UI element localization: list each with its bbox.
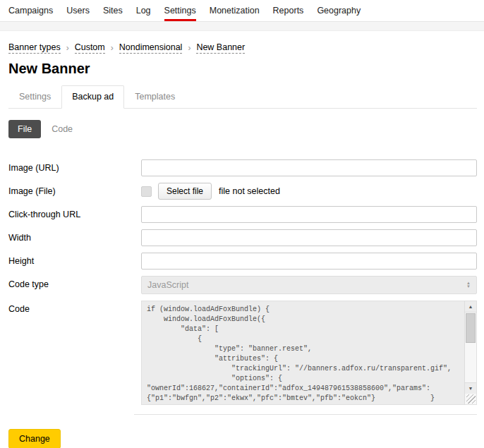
scroll-up-icon[interactable]: ▲ [465, 301, 476, 313]
form-row-width: Width [8, 229, 477, 246]
code-content[interactable]: if (window.loadAdFoxBundle) { window.loa… [142, 301, 476, 405]
form-divider [134, 414, 477, 415]
code-type-value: JavaScript [147, 280, 188, 290]
tab-bar: Settings Backup ad Templates [8, 85, 477, 109]
image-url-input[interactable] [141, 159, 477, 176]
breadcrumb-link-banner-types[interactable]: Banner types [8, 42, 61, 54]
breadcrumb-separator: › [111, 43, 114, 53]
click-url-label: Click-through URL [8, 206, 141, 223]
backup-mode-toggle: File Code [8, 120, 477, 138]
height-input[interactable] [141, 253, 477, 270]
image-file-checkbox[interactable] [141, 186, 152, 197]
nav-item-reports[interactable]: Reports [273, 0, 304, 21]
select-arrows-icon: ▲▼ [466, 281, 471, 289]
scroll-down-icon[interactable]: ▼ [465, 382, 476, 394]
breadcrumb-separator: › [66, 43, 69, 53]
tab-backup-ad[interactable]: Backup ad [61, 85, 124, 109]
breadcrumb: Banner types › Custom › Nondimensional ›… [8, 42, 477, 54]
scrollbar-thumb[interactable] [466, 313, 476, 343]
resize-grip-icon[interactable] [466, 394, 476, 404]
code-scrollbar[interactable]: ▲ ▼ [464, 301, 476, 404]
width-input[interactable] [141, 229, 477, 246]
code-type-label: Code type [8, 276, 141, 293]
top-nav: Campaigns Users Sites Log Settings Monet… [0, 0, 484, 22]
height-label: Height [8, 253, 141, 270]
nav-item-campaigns[interactable]: Campaigns [8, 0, 53, 21]
file-status-text: file not selected [219, 186, 280, 196]
page-content: Banner types › Custom › Nondimensional ›… [0, 42, 484, 448]
nav-item-monetization[interactable]: Monetization [210, 0, 260, 21]
mode-code-button[interactable]: Code [42, 120, 82, 138]
breadcrumb-separator: › [188, 43, 190, 53]
form-row-height: Height [8, 253, 477, 270]
tab-settings[interactable]: Settings [8, 85, 61, 109]
select-file-button[interactable]: Select file [158, 183, 212, 200]
nav-item-sites[interactable]: Sites [103, 0, 123, 21]
click-url-input[interactable] [141, 206, 477, 223]
nav-item-settings[interactable]: Settings [164, 0, 196, 21]
code-type-select[interactable]: JavaScript ▲▼ [141, 276, 477, 294]
change-button[interactable]: Change [8, 429, 61, 448]
breadcrumb-link-nondimensional[interactable]: Nondimensional [119, 42, 183, 54]
form-row-click-url: Click-through URL [8, 206, 477, 223]
form-row-code-type: Code type JavaScript ▲▼ [8, 276, 477, 294]
form-row-image-file: Image (File) Select file file not select… [8, 183, 477, 200]
page-title: New Banner [8, 61, 477, 77]
nav-separator-band [0, 22, 484, 31]
form-row-image-url: Image (URL) [8, 159, 477, 176]
image-file-label: Image (File) [8, 183, 141, 200]
form-row-code: Code if (window.loadAdFoxBundle) { windo… [8, 301, 477, 405]
nav-item-log[interactable]: Log [136, 0, 151, 21]
backup-ad-form: Image (URL) Image (File) Select file fil… [8, 159, 477, 405]
nav-item-geography[interactable]: Geography [317, 0, 361, 21]
breadcrumb-link-new-banner[interactable]: New Banner [196, 42, 245, 54]
image-url-label: Image (URL) [8, 159, 141, 176]
breadcrumb-link-custom[interactable]: Custom [75, 42, 105, 54]
code-editor[interactable]: if (window.loadAdFoxBundle) { window.loa… [141, 301, 477, 405]
code-label: Code [8, 301, 141, 317]
mode-file-button[interactable]: File [8, 120, 41, 138]
tab-templates[interactable]: Templates [124, 85, 186, 109]
nav-item-users[interactable]: Users [66, 0, 90, 21]
width-label: Width [8, 229, 141, 246]
